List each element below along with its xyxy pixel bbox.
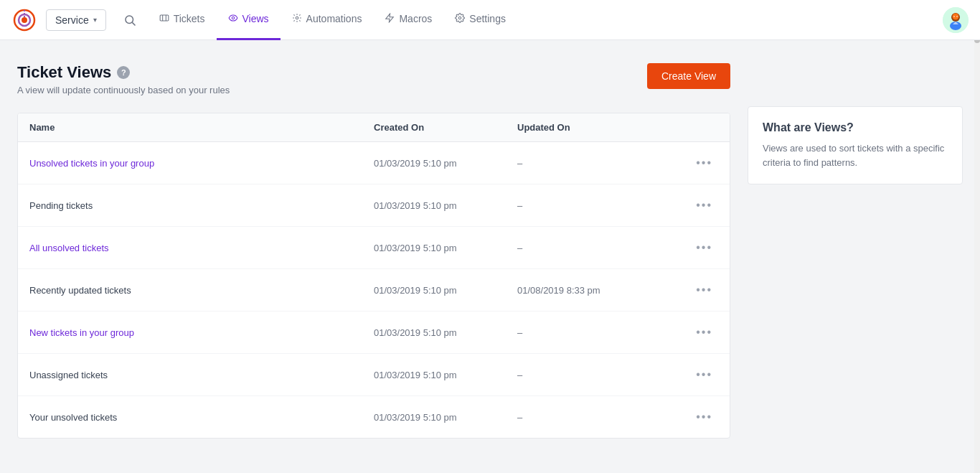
nav-item-settings[interactable]: Settings	[443, 0, 517, 40]
table-body: Unsolved tickets in your group 01/03/201…	[18, 142, 730, 438]
row-created-2: 01/03/2019 5:10 pm	[374, 243, 517, 253]
tickets-icon	[159, 13, 169, 25]
nav-item-automations[interactable]: Automations	[281, 0, 374, 40]
chevron-down-icon: ▾	[93, 16, 97, 24]
table-row: New tickets in your group 01/03/2019 5:1…	[18, 312, 730, 354]
row-name-6: Your unsolved tickets	[29, 412, 374, 423]
search-icon	[123, 14, 136, 27]
ticket-views-table: Name Created On Updated On Unsolved tick…	[17, 113, 730, 439]
svg-point-12	[953, 13, 959, 19]
row-actions-2: •••	[675, 238, 718, 257]
nav-automations-label: Automations	[306, 13, 362, 24]
nav-settings-label: Settings	[469, 13, 506, 24]
row-actions-1: •••	[675, 196, 718, 215]
nav-macros-label: Macros	[399, 13, 432, 24]
navbar: Service ▾ Tickets Views Automations	[0, 0, 980, 40]
row-created-4: 01/03/2019 5:10 pm	[374, 327, 517, 338]
macros-icon	[385, 13, 395, 25]
table-row: Unsolved tickets in your group 01/03/201…	[18, 142, 730, 184]
svg-point-13	[953, 16, 955, 17]
page-subtitle: A view will update continuously based on…	[17, 85, 230, 95]
settings-icon	[455, 13, 465, 25]
page-title: Ticket Views ?	[17, 63, 230, 82]
svg-point-14	[956, 16, 958, 17]
nav-tickets-label: Tickets	[174, 13, 205, 24]
page-title-group: Ticket Views ? A view will update contin…	[17, 63, 230, 95]
service-label: Service	[55, 14, 89, 26]
row-updated-6: –	[517, 412, 675, 423]
row-name-1: Pending tickets	[29, 200, 374, 211]
table-row: Pending tickets 01/03/2019 5:10 pm – •••	[18, 184, 730, 227]
row-menu-button-6[interactable]: •••	[690, 408, 718, 426]
row-actions-6: •••	[675, 408, 718, 426]
row-menu-button-0[interactable]: •••	[690, 154, 718, 172]
info-text: Views are used to sort tickets with a sp…	[763, 141, 948, 169]
left-panel: Ticket Views ? A view will update contin…	[17, 63, 730, 439]
svg-point-3	[126, 16, 133, 24]
table-header: Name Created On Updated On	[18, 113, 730, 142]
svg-rect-5	[160, 14, 169, 20]
table-row: All unsolved tickets 01/03/2019 5:10 pm …	[18, 227, 730, 269]
page-title-text: Ticket Views	[17, 63, 111, 82]
table-row: Unassigned tickets 01/03/2019 5:10 pm – …	[18, 354, 730, 396]
table-row: Recently updated tickets 01/03/2019 5:10…	[18, 269, 730, 312]
col-header-actions	[675, 122, 718, 133]
col-header-created: Created On	[374, 122, 517, 133]
right-panel: What are Views? Views are used to sort t…	[748, 63, 963, 439]
row-updated-4: –	[517, 327, 675, 338]
svg-point-7	[296, 17, 298, 19]
row-created-1: 01/03/2019 5:10 pm	[374, 200, 517, 211]
col-header-updated: Updated On	[517, 122, 675, 133]
views-icon	[228, 13, 238, 25]
row-actions-3: •••	[675, 281, 718, 299]
info-box: What are Views? Views are used to sort t…	[748, 106, 963, 184]
row-updated-2: –	[517, 243, 675, 253]
service-dropdown-button[interactable]: Service ▾	[46, 9, 106, 31]
nav-item-macros[interactable]: Macros	[373, 0, 443, 40]
row-updated-3: 01/08/2019 8:33 pm	[517, 285, 675, 296]
help-icon[interactable]: ?	[117, 66, 130, 79]
row-actions-0: •••	[675, 154, 718, 172]
row-name-4[interactable]: New tickets in your group	[29, 327, 374, 338]
avatar-image	[943, 7, 969, 33]
row-updated-0: –	[517, 158, 675, 169]
row-menu-button-1[interactable]: •••	[690, 196, 718, 215]
col-header-name: Name	[29, 122, 374, 133]
main-content: Ticket Views ? A view will update contin…	[0, 40, 980, 456]
nav-views-label: Views	[242, 13, 269, 24]
row-created-6: 01/03/2019 5:10 pm	[374, 412, 517, 423]
main-nav: Tickets Views Automations Macros Setting…	[148, 0, 943, 40]
app-logo	[11, 7, 37, 33]
row-created-5: 01/03/2019 5:10 pm	[374, 370, 517, 380]
row-actions-4: •••	[675, 323, 718, 342]
row-menu-button-3[interactable]: •••	[690, 281, 718, 299]
svg-point-6	[232, 17, 235, 19]
row-updated-5: –	[517, 370, 675, 380]
svg-line-4	[132, 22, 135, 25]
table-row: Your unsolved tickets 01/03/2019 5:10 pm…	[18, 396, 730, 438]
page-header: Ticket Views ? A view will update contin…	[17, 63, 730, 95]
create-view-button[interactable]: Create View	[647, 63, 730, 89]
row-created-3: 01/03/2019 5:10 pm	[374, 285, 517, 296]
row-actions-5: •••	[675, 365, 718, 384]
row-name-5: Unassigned tickets	[29, 370, 374, 380]
row-name-0[interactable]: Unsolved tickets in your group	[29, 158, 374, 169]
row-created-0: 01/03/2019 5:10 pm	[374, 158, 517, 169]
info-title: What are Views?	[763, 121, 948, 134]
scrollbar-track[interactable]	[974, 0, 980, 456]
svg-point-8	[459, 17, 462, 19]
nav-item-views[interactable]: Views	[217, 0, 281, 40]
row-menu-button-2[interactable]: •••	[690, 238, 718, 257]
user-avatar[interactable]	[943, 7, 969, 33]
automations-icon	[292, 13, 302, 25]
svg-point-1	[22, 17, 27, 23]
search-button[interactable]	[118, 8, 142, 32]
row-menu-button-4[interactable]: •••	[690, 323, 718, 342]
row-name-2[interactable]: All unsolved tickets	[29, 243, 374, 253]
row-menu-button-5[interactable]: •••	[690, 365, 718, 384]
nav-item-tickets[interactable]: Tickets	[148, 0, 217, 40]
row-updated-1: –	[517, 200, 675, 211]
row-name-3: Recently updated tickets	[29, 285, 374, 296]
